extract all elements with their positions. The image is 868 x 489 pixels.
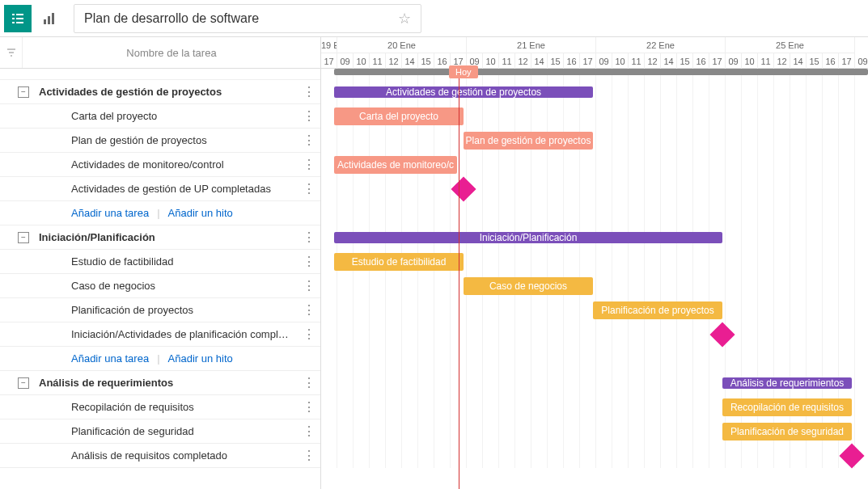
- timeline-hour: 15: [677, 53, 693, 70]
- task-row[interactable]: Planificación de seguridad⋮: [0, 419, 320, 444]
- row-menu-icon[interactable]: ⋮: [301, 183, 317, 196]
- timeline-hour: 10: [612, 53, 629, 70]
- add-milestone-link[interactable]: Añadir un hito: [168, 207, 233, 219]
- timeline-hour: 17: [709, 53, 726, 70]
- timeline-hour: 10: [354, 53, 370, 70]
- row-menu-icon[interactable]: ⋮: [301, 255, 317, 268]
- timeline-day: 19 Ene: [321, 37, 337, 53]
- filter-icon[interactable]: [0, 37, 23, 68]
- svg-rect-6: [44, 19, 46, 24]
- gantt-row: Planificación de proyectos: [321, 298, 868, 322]
- gantt-bar[interactable]: Estudio de factibilidad: [334, 253, 464, 271]
- gantt-bar[interactable]: Carta del proyecto: [334, 107, 464, 125]
- row-menu-icon[interactable]: ⋮: [301, 158, 317, 171]
- task-name: Carta del proyecto: [71, 110, 301, 122]
- gantt-bar[interactable]: Planificación de seguridad: [722, 423, 852, 441]
- gantt-row: Recopilación de requisitos: [321, 395, 868, 419]
- task-name: Recopilación de requisitos: [71, 401, 301, 413]
- timeline-hour: 12: [774, 53, 790, 70]
- row-menu-icon[interactable]: ⋮: [301, 134, 317, 147]
- timeline-hour: 12: [515, 53, 531, 70]
- row-menu-icon[interactable]: ⋮: [301, 377, 317, 390]
- gantt-row: Actividades de gestión de proyectos: [321, 80, 868, 104]
- timeline-header: 19 Ene20 Ene21 Ene22 Ene25 Ene 170910111…: [321, 36, 868, 69]
- collapse-icon[interactable]: −: [18, 377, 29, 389]
- task-row[interactable]: Recopilación de requisitos⋮: [0, 395, 320, 419]
- task-name: Actividades de monitoreo/control: [71, 158, 301, 171]
- today-label: Hoy: [449, 65, 478, 78]
- task-row[interactable]: Actividades de gestión de UP completadas…: [0, 177, 320, 201]
- star-icon[interactable]: ☆: [398, 10, 411, 27]
- timeline-hour: 16: [434, 53, 451, 70]
- timeline-day: 20 Ene: [337, 37, 467, 53]
- list-view-button[interactable]: [4, 5, 32, 32]
- add-milestone-link[interactable]: Añadir un hito: [168, 352, 233, 365]
- gantt-bar[interactable]: Planificación de proyectos: [593, 301, 722, 319]
- milestone-diamond[interactable]: [709, 322, 735, 347]
- task-name: Actividades de gestión de UP completadas: [71, 183, 301, 195]
- column-header-name: Nombre de la tarea: [23, 47, 320, 59]
- timeline-hour: 11: [629, 53, 645, 70]
- gantt-row: Caso de negocios: [321, 274, 868, 298]
- timeline-hour: 14: [531, 53, 548, 70]
- gantt-bar[interactable]: Actividades de monitoreo/c: [334, 156, 457, 174]
- row-menu-icon[interactable]: ⋮: [301, 328, 317, 341]
- timeline-day: 22 Ene: [596, 37, 726, 53]
- gantt-bar[interactable]: Actividades de gestión de proyectos: [334, 86, 593, 98]
- add-row: Añadir una tarea|Añadir un hito: [0, 347, 320, 371]
- row-menu-icon[interactable]: ⋮: [301, 86, 317, 99]
- timeline-hour: 09: [855, 53, 868, 70]
- row-menu-icon[interactable]: ⋮: [301, 110, 317, 123]
- row-menu-icon[interactable]: ⋮: [301, 280, 317, 293]
- task-row[interactable]: −Actividades de gestión de proyectos⋮: [0, 80, 320, 104]
- task-name: Actividades de gestión de proyectos: [39, 86, 301, 98]
- task-row[interactable]: Planificación de proyectos⋮: [0, 298, 320, 322]
- task-row[interactable]: Actividades de monitoreo/control⋮: [0, 153, 320, 177]
- add-task-link[interactable]: Añadir una tarea: [71, 207, 149, 219]
- chart-view-button[interactable]: [36, 5, 63, 32]
- gantt-bar[interactable]: Plan de gestión de proyectos: [464, 132, 593, 150]
- timeline-hour: 15: [418, 53, 434, 70]
- project-title-input[interactable]: [84, 11, 398, 26]
- milestone-diamond[interactable]: [451, 176, 476, 201]
- add-task-link[interactable]: Añadir una tarea: [71, 352, 149, 365]
- gantt-bar[interactable]: Caso de negocios: [464, 277, 593, 295]
- milestone-diamond[interactable]: [839, 443, 864, 468]
- row-menu-icon[interactable]: ⋮: [301, 449, 317, 462]
- gantt-row: [321, 177, 868, 201]
- task-row[interactable]: Análisis de requisitos completado⋮: [0, 444, 320, 468]
- task-name: Planificación de proyectos: [71, 304, 301, 316]
- collapse-icon[interactable]: −: [18, 232, 29, 243]
- gantt-row: Planificación de seguridad: [321, 419, 868, 444]
- row-menu-icon[interactable]: ⋮: [301, 231, 317, 244]
- task-row[interactable]: Carta del proyecto⋮: [0, 104, 320, 129]
- timeline-hour: 16: [564, 53, 580, 70]
- timeline-overview[interactable]: [334, 69, 868, 75]
- task-row[interactable]: Iniciación/Actividades de planificación …: [0, 322, 320, 347]
- svg-rect-4: [16, 18, 23, 19]
- timeline-day: 25 Ene: [726, 37, 855, 53]
- row-menu-icon[interactable]: ⋮: [301, 401, 317, 414]
- timeline-day: 21 Ene: [467, 37, 596, 53]
- collapse-icon[interactable]: −: [18, 86, 29, 98]
- gantt-panel: 19 Ene20 Ene21 Ene22 Ene25 Ene 170910111…: [321, 36, 868, 489]
- timeline-hour: 17: [580, 53, 596, 70]
- task-row[interactable]: −Análisis de requerimientos⋮: [0, 371, 320, 395]
- task-name: Iniciación/Actividades de planificación …: [71, 328, 301, 340]
- task-row[interactable]: −Iniciación/Planificación⋮: [0, 226, 320, 250]
- gantt-row: Estudio de factibilidad: [321, 250, 868, 274]
- task-name: Análisis de requisitos completado: [71, 449, 301, 462]
- task-row[interactable]: Caso de negocios⋮: [0, 274, 320, 298]
- svg-rect-1: [12, 18, 15, 19]
- task-row[interactable]: Plan de gestión de proyectos⋮: [0, 129, 320, 153]
- gantt-bar[interactable]: Iniciación/Planificación: [334, 232, 722, 243]
- row-menu-icon[interactable]: ⋮: [301, 304, 317, 317]
- task-row[interactable]: Estudio de factibilidad⋮: [0, 250, 320, 274]
- timeline-hour: 15: [548, 53, 564, 70]
- timeline-hour: 12: [386, 53, 402, 70]
- timeline-hour: 10: [742, 53, 758, 70]
- task-list-panel: Nombre de la tarea −Actividades de gesti…: [0, 36, 321, 489]
- gantt-bar[interactable]: Recopilación de requisitos: [722, 398, 852, 416]
- gantt-bar[interactable]: Análisis de requerimientos: [722, 377, 852, 389]
- row-menu-icon[interactable]: ⋮: [301, 425, 317, 438]
